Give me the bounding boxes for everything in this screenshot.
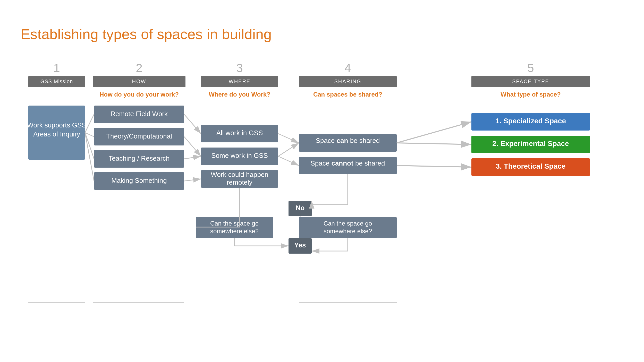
col4-text-cannot-1: Space cannot be shared [310, 159, 385, 167]
col2-text-remote: Remote Field Work [111, 110, 168, 118]
col5-box-specialized [471, 113, 590, 131]
col5-text-theoretical: 3. Theoretical Space [496, 162, 566, 170]
conn-c1-c2-teaching [85, 133, 94, 159]
col4-box-can [299, 134, 397, 152]
col2-box-making [94, 172, 184, 190]
col2-text-making: Making Something [111, 177, 167, 184]
decision-yes-box [289, 238, 312, 254]
col4-question: Can spaces be shared? [313, 91, 382, 98]
col2-box-theory [94, 128, 184, 145]
col2-text-theory: Theory/Computational [106, 132, 172, 140]
col3-label-bar [201, 76, 278, 87]
conn-cannot-theoretical [397, 166, 471, 167]
diagram-svg: 1 2 3 4 5 GSS Mission HOW WHERE SHARING … [21, 58, 623, 328]
col4-text-can-1: Space can be shared [316, 137, 380, 144]
diagram-area: 1 2 3 4 5 GSS Mission HOW WHERE SHARING … [21, 58, 623, 328]
conn-remote-allwork [184, 114, 201, 134]
decision-yes-text: Yes [294, 241, 306, 249]
col2-text-teaching: Teaching / Research [108, 154, 170, 162]
col4-box-cannot [299, 157, 397, 174]
conn-can-experimental [397, 143, 471, 144]
col5-box-experimental [471, 136, 590, 153]
decision-no-text: No [296, 204, 305, 212]
col5-text-experimental: 2. Experimental Space [492, 140, 569, 148]
can-space-go-left-box [196, 217, 273, 238]
conn-c1-c2-theory [85, 133, 94, 137]
conn-teaching-somework [184, 156, 201, 159]
col2-box-remote [94, 106, 184, 123]
conn-can-specialized [397, 122, 471, 143]
col5-num: 5 [527, 61, 534, 75]
conn-c1-c2-making [85, 133, 94, 181]
conn-somework-cannot [278, 156, 299, 166]
col1-num: 1 [53, 61, 60, 75]
col1-main-text-1: Work supports GSS [27, 121, 86, 129]
col1-main-text-2: Areas of Inquiry [33, 130, 80, 138]
col3-question: Where do you Work? [209, 91, 270, 98]
col3-num: 3 [236, 61, 243, 75]
col3-box-some [201, 148, 278, 165]
decision-no-box [289, 201, 312, 216]
main-container: Establishing types of spaces in building… [21, 26, 623, 328]
col3-box-all [201, 125, 278, 142]
col5-text-specialized: 1. Specialized Space [495, 117, 566, 125]
conn-making-remote [184, 179, 201, 181]
col1-label-bar [28, 76, 85, 87]
col4-label-text: SHARING [334, 79, 361, 84]
col5-label-text: SPACE TYPE [512, 79, 549, 84]
col1-label-text: GSS Mission [40, 79, 73, 84]
conn-allwork-can [278, 134, 299, 143]
col3-text-remote-1: Work could happen [211, 171, 268, 178]
col2-question: How do you do your work? [99, 91, 179, 98]
can-space-go-right-2: somewhere else? [324, 228, 372, 235]
col3-text-remote-2: remotely [227, 178, 252, 186]
col5-label-bar [471, 76, 590, 87]
col2-box-teaching [94, 150, 184, 168]
conn-somework-can [278, 143, 299, 156]
col3-label-text: WHERE [229, 79, 250, 84]
col5-question: What type of space? [501, 91, 561, 98]
col4-num: 4 [344, 61, 351, 75]
col4-label-bar [299, 76, 397, 87]
col3-text-all: All work in GSS [216, 129, 263, 137]
col3-box-remote [201, 170, 278, 188]
can-space-go-left-2: somewhere else? [210, 228, 259, 235]
col1-main-box [28, 106, 85, 160]
can-space-go-right-box [299, 217, 397, 238]
col5-box-theoretical [471, 158, 590, 176]
col2-num: 2 [136, 61, 142, 75]
col3-text-some: Some work in GSS [211, 152, 268, 159]
can-space-go-left-1: Can the space go [210, 220, 259, 227]
conn-c1-c2-remote [85, 114, 94, 133]
col2-label-text: HOW [132, 79, 146, 84]
can-space-go-right-1: Can the space go [324, 220, 372, 227]
conn-theory-somework [184, 137, 201, 156]
col2-label-bar [93, 76, 185, 87]
page-title: Establishing types of spaces in building [21, 26, 623, 42]
